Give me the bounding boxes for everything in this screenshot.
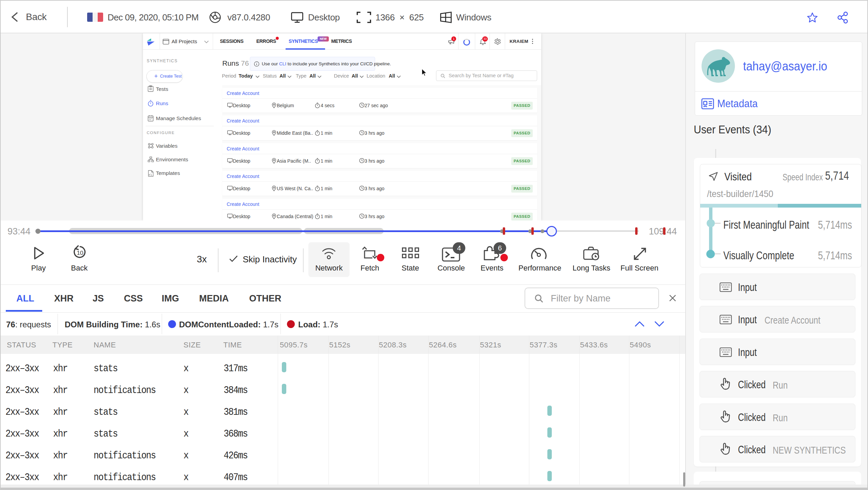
svg-text:10: 10 [77,249,83,256]
